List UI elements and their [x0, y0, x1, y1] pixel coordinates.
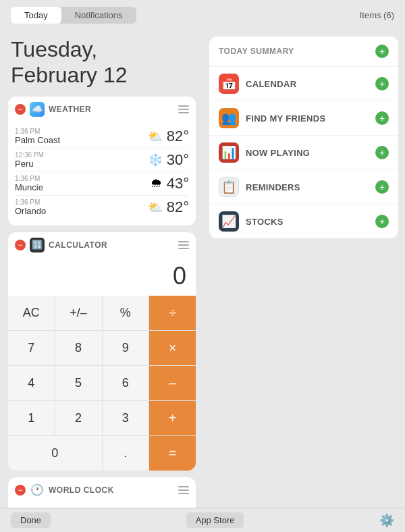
right-item-nowplaying[interactable]: 📊 NOW PLAYING + — [209, 136, 398, 170]
weather-header: ☁️ WEATHER — [8, 97, 196, 122]
stocks-label: STOCKS — [246, 217, 284, 227]
calculator-remove-btn[interactable] — [15, 240, 26, 250]
calc-btn-4[interactable]: 4 — [8, 366, 55, 400]
right-item-reminders[interactable]: 📋 REMINDERS + — [209, 170, 398, 205]
weather-temp: 30° — [167, 151, 189, 169]
calc-btn-add[interactable]: + — [149, 401, 196, 435]
settings-icon[interactable]: ⚙️ — [379, 513, 394, 528]
calc-btn-equals[interactable]: = — [149, 436, 196, 471]
reminders-add-btn[interactable]: + — [375, 180, 389, 194]
weather-remove-btn[interactable] — [15, 104, 26, 115]
weather-temp: 82° — [167, 128, 189, 145]
weather-row: 1:36 PM Orlando ⛅ 82° — [15, 196, 189, 219]
bottom-bar: Done App Store ⚙️ — [0, 508, 405, 532]
right-item-left: 👥 FIND MY FRIENDS — [219, 108, 325, 128]
worldclock-widget: 🕐 WORLD CLOCK — [8, 477, 196, 508]
calendar-add-btn[interactable]: + — [375, 77, 389, 90]
calc-btn-3[interactable]: 3 — [103, 401, 149, 435]
calc-btn-subtract[interactable]: – — [149, 366, 196, 400]
right-item-findmyfriends[interactable]: 👥 FIND MY FRIENDS + — [209, 101, 398, 136]
calc-btn-8[interactable]: 8 — [55, 331, 102, 365]
worldclock-hamburger[interactable] — [178, 486, 189, 494]
weather-condition-icon: ⛅ — [148, 129, 163, 144]
calculator-app-icon: 🔢 — [30, 238, 45, 252]
summary-header: TODAY SUMMARY + — [209, 36, 398, 67]
right-item-calendar[interactable]: 📅 CALENDAR + — [209, 67, 398, 101]
tab-today[interactable]: Today — [11, 7, 61, 24]
weather-temp: 43° — [167, 175, 189, 192]
calc-btn-multiply[interactable]: × — [149, 331, 196, 365]
weather-city-info: 1:36 PM Muncie — [15, 175, 43, 192]
weather-rows: 1:36 PM Palm Coast ⛅ 82° 12:36 PM Peru — [8, 122, 196, 225]
right-panel: TODAY SUMMARY + 📅 CALENDAR + 👥 — [202, 30, 405, 508]
weather-city-info: 1:36 PM Palm Coast — [15, 128, 60, 145]
calc-btn-9[interactable]: 9 — [103, 331, 149, 365]
worldclock-remove-btn[interactable] — [15, 485, 26, 496]
findmyfriends-add-btn[interactable]: + — [375, 111, 389, 125]
weather-reading: 🌧 43° — [151, 175, 189, 192]
calc-btn-6[interactable]: 6 — [103, 366, 149, 400]
calc-btn-ac[interactable]: AC — [8, 296, 55, 330]
worldclock-app-icon: 🕐 — [30, 483, 45, 498]
calc-btn-7[interactable]: 7 — [8, 331, 55, 365]
weather-time: 12:36 PM — [15, 151, 44, 159]
appstore-button[interactable]: App Store — [186, 512, 244, 528]
weather-city: Palm Coast — [15, 135, 60, 145]
calendar-label: CALENDAR — [246, 79, 296, 89]
weather-app-icon: ☁️ — [30, 102, 45, 117]
reminders-label: REMINDERS — [246, 182, 300, 192]
items-count: Items (6) — [360, 10, 394, 20]
worldclock-title: WORLD CLOCK — [49, 485, 114, 495]
calculator-title: CALCULATOR — [49, 240, 107, 250]
calculator-grid: AC +/– % ÷ 7 8 9 × 4 5 6 – 1 2 3 + 0 — [8, 296, 196, 471]
calc-btn-divide[interactable]: ÷ — [149, 296, 196, 330]
weather-time: 1:36 PM — [15, 128, 60, 135]
weather-reading: ⛅ 82° — [148, 128, 189, 145]
date-line2: February 12 — [11, 63, 128, 87]
weather-reading: ⛅ 82° — [148, 198, 189, 216]
calculator-display: 0 — [8, 258, 196, 296]
weather-hamburger[interactable] — [178, 105, 189, 113]
calc-btn-plusminus[interactable]: +/– — [55, 296, 102, 330]
weather-condition-icon: ❄️ — [148, 153, 163, 167]
calculator-hamburger[interactable] — [178, 241, 189, 249]
right-item-stocks[interactable]: 📈 STOCKS + — [209, 205, 398, 238]
weather-time: 1:36 PM — [15, 198, 46, 206]
summary-title: TODAY SUMMARY — [219, 47, 294, 56]
stocks-add-btn[interactable]: + — [375, 215, 389, 228]
summary-add-btn[interactable]: + — [375, 45, 389, 58]
weather-city: Peru — [15, 159, 44, 169]
worldclock-header: 🕐 WORLD CLOCK — [8, 477, 196, 503]
done-button[interactable]: Done — [11, 512, 51, 528]
calc-btn-percent[interactable]: % — [103, 296, 149, 330]
weather-city: Muncie — [15, 182, 43, 192]
weather-reading: ❄️ 30° — [148, 151, 189, 169]
weather-city-info: 1:36 PM Orlando — [15, 198, 46, 216]
weather-city: Orlando — [15, 206, 46, 216]
right-item-left: 📈 STOCKS — [219, 211, 284, 232]
tab-notifications[interactable]: Notifications — [61, 7, 136, 24]
nowplaying-add-btn[interactable]: + — [375, 146, 389, 159]
weather-row: 1:36 PM Palm Coast ⛅ 82° — [15, 125, 189, 148]
calc-btn-0[interactable]: 0 — [8, 436, 102, 471]
calendar-icon: 📅 — [219, 74, 239, 94]
right-item-left: 📋 REMINDERS — [219, 177, 300, 197]
weather-row: 12:36 PM Peru ❄️ 30° — [15, 149, 189, 171]
left-panel: Tuesday, February 12 ☁️ WEATHER — [0, 30, 202, 508]
weather-temp: 82° — [167, 198, 189, 216]
right-item-left: 📅 CALENDAR — [219, 74, 296, 94]
calc-btn-1[interactable]: 1 — [8, 401, 55, 435]
tab-group: Today Notifications — [11, 7, 136, 24]
findmyfriends-icon: 👥 — [219, 108, 239, 128]
calc-btn-2[interactable]: 2 — [55, 401, 102, 435]
calc-btn-5[interactable]: 5 — [55, 366, 102, 400]
nowplaying-icon: 📊 — [219, 142, 239, 163]
calc-btn-dot[interactable]: . — [103, 436, 149, 471]
main-layout: Tuesday, February 12 ☁️ WEATHER — [0, 30, 405, 508]
weather-condition-icon: ⛅ — [148, 200, 163, 215]
nowplaying-label: NOW PLAYING — [246, 148, 310, 158]
date-heading: Tuesday, February 12 — [8, 36, 196, 88]
worldclock-header-left: 🕐 WORLD CLOCK — [15, 483, 114, 498]
weather-time: 1:36 PM — [15, 175, 43, 182]
stocks-icon: 📈 — [219, 211, 239, 232]
